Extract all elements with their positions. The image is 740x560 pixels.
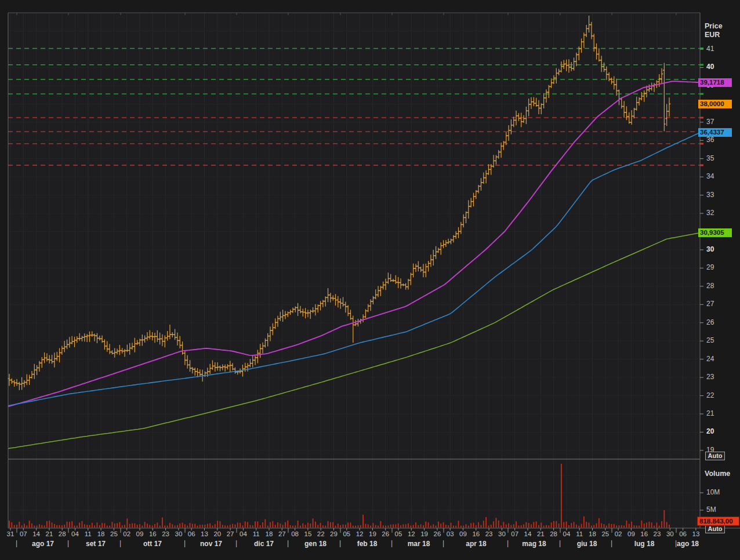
month-label: ago 18: [668, 540, 708, 548]
month-label: lug 18: [624, 540, 665, 548]
price-axis-auto-button[interactable]: Auto: [705, 452, 725, 460]
price-tick-label: 29: [706, 263, 714, 271]
price-tick-label: 36: [706, 136, 714, 144]
price-axis-title: Price EUR: [705, 22, 723, 39]
ma-mid-price-tag: 36,4337: [698, 128, 732, 137]
price-tick-label: 25: [706, 336, 714, 344]
volume-tick-label: 5M: [706, 506, 716, 514]
price-tick-label: 30: [706, 245, 714, 253]
day-label: 27: [275, 530, 289, 537]
day-label: 18: [262, 530, 276, 537]
price-tick-label: 28: [706, 282, 714, 290]
price-tick-label: 32: [706, 209, 714, 217]
volume-axis-title: Volume: [705, 470, 730, 478]
price-tick-label: 22: [706, 391, 714, 399]
day-label: 25: [598, 530, 612, 537]
day-label: 20: [211, 530, 224, 537]
chart-window: Daily MONC.MI 28/07/2017 - 16/08/2018 (M…: [0, 0, 740, 560]
day-label: 23: [159, 530, 173, 537]
month-separator: |: [119, 539, 121, 547]
day-label: 22: [314, 530, 328, 537]
day-label: 23: [482, 530, 496, 537]
day-label: 07: [508, 530, 522, 537]
day-label: 02: [611, 530, 625, 537]
day-label: 04: [560, 530, 574, 537]
day-label: 16: [637, 530, 651, 537]
day-label: 18: [586, 530, 600, 537]
price-tick-label: 40: [706, 63, 714, 71]
day-label: 15: [301, 530, 315, 537]
day-label: 27: [223, 530, 237, 537]
day-label: 19: [365, 530, 379, 537]
day-label: 09: [456, 530, 470, 537]
month-label: apr 18: [456, 540, 496, 548]
day-label: 13: [198, 530, 212, 537]
price-tick-label: 26: [706, 318, 714, 326]
day-label: 04: [236, 530, 250, 537]
day-label: 31: [3, 530, 17, 537]
volume-axis-auto-button[interactable]: Auto: [705, 525, 725, 533]
month-label: giu 18: [567, 540, 607, 548]
month-label: mar 18: [398, 540, 439, 548]
month-separator: |: [287, 539, 289, 547]
last-price-tag: 38,0000: [698, 100, 732, 108]
day-label: 09: [624, 530, 638, 537]
day-label: 21: [534, 530, 547, 537]
day-label: 14: [30, 530, 43, 537]
day-label: 08: [288, 530, 302, 537]
day-label: 06: [184, 530, 198, 537]
day-label: 13: [689, 530, 703, 537]
month-label: gen 18: [295, 540, 336, 548]
month-separator: |: [67, 539, 69, 547]
day-label: 28: [547, 530, 561, 537]
month-separator: |: [391, 539, 393, 547]
month-label: dic 17: [244, 540, 284, 548]
price-tick-label: 23: [706, 373, 714, 381]
day-label: 12: [353, 530, 367, 537]
day-label: 21: [42, 530, 56, 537]
day-label: 11: [572, 530, 586, 537]
day-label: 16: [146, 530, 159, 537]
day-label: 25: [107, 530, 121, 537]
day-label: 26: [430, 530, 444, 537]
ma-fast-price-tag: 39,1718: [698, 78, 732, 87]
month-separator: |: [559, 539, 561, 547]
price-tick-label: 37: [706, 118, 714, 126]
month-label: set 17: [75, 540, 116, 548]
volume-tick-label: 10M: [706, 488, 720, 496]
day-label: 16: [469, 530, 483, 537]
price-tick-label: 41: [706, 45, 714, 53]
price-tick-label: 21: [706, 409, 714, 417]
day-label: 19: [418, 530, 431, 537]
price-tick-label: 20: [706, 427, 714, 435]
day-label: 18: [94, 530, 108, 537]
price-tick-label: 34: [706, 172, 714, 180]
month-label: mag 18: [514, 540, 554, 548]
month-separator: |: [442, 539, 444, 547]
month-separator: |: [184, 539, 186, 547]
month-label: ott 17: [132, 540, 173, 548]
day-label: 30: [172, 530, 186, 537]
month-separator: |: [339, 539, 341, 547]
day-label: 23: [650, 530, 664, 537]
month-separator: |: [235, 539, 237, 547]
day-label: 11: [249, 530, 263, 537]
month-label: ago 17: [23, 540, 63, 548]
day-label: 07: [16, 530, 30, 537]
month-label: feb 18: [347, 540, 387, 548]
month-separator: |: [611, 539, 612, 547]
price-tick-label: 27: [706, 300, 714, 308]
month-separator: |: [675, 539, 677, 547]
day-label: 04: [68, 530, 82, 537]
price-tick-label: 24: [706, 355, 714, 363]
day-label: 02: [120, 530, 134, 537]
price-tick-label: 35: [706, 154, 714, 162]
month-separator: |: [507, 539, 509, 547]
day-label: 05: [340, 530, 354, 537]
price-volume-chart[interactable]: [0, 0, 740, 560]
day-label: 14: [521, 530, 535, 537]
month-label: nov 17: [191, 540, 231, 548]
day-label: 09: [133, 530, 147, 537]
last-volume-tag: 818.843,00: [697, 517, 739, 526]
day-label: 30: [663, 530, 677, 537]
